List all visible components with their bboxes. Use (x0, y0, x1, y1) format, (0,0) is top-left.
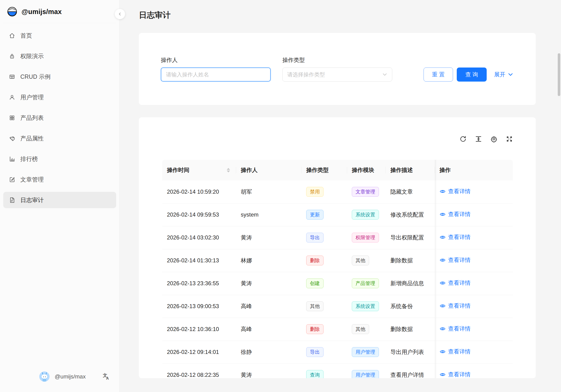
sidebar-item-log-audit[interactable]: 日志审计 (3, 192, 116, 208)
column-header-type: 操作类型 (302, 160, 347, 180)
sidebar-item-product-list[interactable]: 产品列表 (3, 110, 116, 126)
cell-action: 查看详情 (435, 318, 513, 341)
cell-action: 查看详情 (435, 295, 513, 318)
cell-operator: 林娜 (236, 249, 302, 272)
app-title: @umijs/max (22, 8, 62, 16)
table-row: 2026-02-14 10:59:20胡军禁用文章管理隐藏文章查看详情 (162, 180, 513, 203)
cell-description: 修改系统配置 (386, 203, 435, 226)
cell-operation-module: 其他 (347, 249, 386, 272)
cell-time: 2026-02-12 08:22:35 (162, 363, 236, 378)
cell-time: 2026-02-12 10:36:10 (162, 318, 236, 341)
eye-icon (440, 257, 446, 263)
search-button[interactable]: 查 询 (457, 67, 487, 82)
cell-description: 新增商品信息 (386, 272, 435, 295)
fullscreen-icon[interactable] (506, 136, 513, 142)
table-row: 2026-02-14 03:02:30黄涛导出权限管理导出权限配置查看详情 (162, 226, 513, 249)
cell-time: 2026-02-14 10:59:20 (162, 180, 236, 203)
cell-description: 导出用户列表 (386, 341, 435, 363)
cell-operation-module: 系统设置 (347, 295, 386, 318)
sidebar-item-articles[interactable]: 文章管理 (3, 171, 116, 188)
edit-icon (9, 176, 15, 183)
sidebar-item-ranking[interactable]: 排行榜 (3, 151, 116, 167)
sidebar-menu: 首页权限演示CRUD 示例用户管理产品列表产品属性排行榜文章管理日志审计 (0, 26, 119, 370)
reload-icon[interactable] (460, 136, 467, 142)
eye-icon (440, 211, 446, 217)
user-avatar[interactable] (39, 371, 50, 382)
table-row: 2026-02-12 10:36:10高峰删除其他删除数据查看详情 (162, 318, 513, 341)
app-logo-icon (7, 7, 17, 17)
sorter-icon[interactable] (227, 168, 230, 172)
cell-description: 查看用户详情 (386, 363, 435, 378)
expand-toggle[interactable]: 展开 (494, 71, 513, 78)
column-header-description: 操作描述 (386, 160, 435, 180)
sidebar-logo-row[interactable]: @umijs/max (0, 0, 119, 23)
cell-operation-type: 其他 (302, 295, 347, 318)
operator-input[interactable] (161, 67, 271, 82)
cell-description: 删除数据 (386, 249, 435, 272)
svg-text:A: A (106, 376, 109, 380)
home-icon (9, 32, 15, 39)
density-icon[interactable] (475, 136, 482, 142)
eye-icon (440, 234, 446, 240)
view-details-link[interactable]: 查看详情 (440, 188, 471, 195)
view-details-link[interactable]: 查看详情 (440, 302, 471, 309)
view-details-link[interactable]: 查看详情 (440, 348, 471, 355)
cell-operator: 徐静 (236, 341, 302, 363)
cell-operator: 高峰 (236, 295, 302, 318)
settings-gear-icon[interactable] (490, 136, 497, 142)
sidebar-collapse-button[interactable] (115, 9, 125, 19)
sidebar-item-product-attrs[interactable]: 产品属性 (3, 130, 116, 147)
page-scrollbar[interactable] (558, 53, 560, 96)
eye-icon (440, 349, 446, 355)
cell-operation-module: 权限管理 (347, 226, 386, 249)
table-row: 2026-02-14 09:59:53system更新系统设置修改系统配置查看详… (162, 203, 513, 226)
view-details-link[interactable]: 查看详情 (440, 211, 471, 218)
main-content: 日志审计 操作人 操作类型 请选择操作类型 重 置 查 询 展开 (120, 0, 561, 392)
operation-type-tag: 创建 (306, 278, 324, 288)
cell-operation-type: 禁用 (302, 180, 347, 203)
sidebar-item-access[interactable]: 权限演示 (3, 48, 116, 64)
sidebar-item-label: 用户管理 (20, 94, 44, 101)
reset-button[interactable]: 重 置 (423, 67, 453, 82)
sidebar-divider (3, 23, 116, 23)
cell-time: 2026-02-13 23:36:55 (162, 272, 236, 295)
translate-icon[interactable]: 文 A (103, 373, 110, 380)
filter-card: 操作人 操作类型 请选择操作类型 重 置 查 询 展开 (139, 33, 536, 105)
column-header-time[interactable]: 操作时间 (162, 160, 236, 180)
view-details-link[interactable]: 查看详情 (440, 325, 471, 332)
operation-type-select[interactable]: 请选择操作类型 (282, 67, 392, 82)
footer-username[interactable]: @umijs/max (55, 373, 91, 380)
sidebar-item-home[interactable]: 首页 (3, 27, 116, 44)
cell-operation-module: 用户管理 (347, 341, 386, 363)
view-details-link[interactable]: 查看详情 (440, 256, 471, 264)
cell-operator: 高峰 (236, 318, 302, 341)
eye-icon (440, 188, 446, 195)
cell-action: 查看详情 (435, 180, 513, 203)
operation-module-tag: 其他 (352, 324, 369, 334)
operation-module-tag: 系统设置 (352, 301, 379, 311)
cell-operation-module: 系统设置 (347, 203, 386, 226)
sidebar: @umijs/max 首页权限演示CRUD 示例用户管理产品列表产品属性排行榜文… (0, 0, 120, 392)
cell-operation-module: 其他 (347, 318, 386, 341)
view-details-label: 查看详情 (448, 302, 471, 309)
cell-operation-module: 用户管理 (347, 363, 386, 378)
view-details-link[interactable]: 查看详情 (440, 279, 471, 287)
audit-log-table: 操作时间 操作人 操作类型 操作模块 操作描述 操作 2026-02-14 10… (162, 160, 513, 378)
table-row: 2026-02-12 08:22:35黄涛查询用户管理查看用户详情查看详情 (162, 363, 513, 378)
view-details-link[interactable]: 查看详情 (440, 233, 471, 241)
user-icon (9, 94, 15, 100)
cell-action: 查看详情 (435, 363, 513, 378)
sidebar-item-label: CRUD 示例 (20, 73, 51, 81)
operation-type-field: 操作类型 请选择操作类型 (282, 56, 392, 82)
sidebar-item-label: 权限演示 (20, 52, 44, 60)
operation-type-tag: 其他 (306, 301, 324, 311)
operation-type-tag: 删除 (306, 324, 324, 334)
operation-module-tag: 文章管理 (352, 187, 379, 197)
cell-action: 查看详情 (435, 249, 513, 272)
table-header-row: 操作时间 操作人 操作类型 操作模块 操作描述 操作 (162, 160, 513, 180)
view-details-label: 查看详情 (448, 256, 471, 264)
view-details-link[interactable]: 查看详情 (440, 371, 471, 378)
sidebar-item-users[interactable]: 用户管理 (3, 89, 116, 105)
cell-operation-type: 删除 (302, 249, 347, 272)
sidebar-item-crud[interactable]: CRUD 示例 (3, 68, 116, 85)
